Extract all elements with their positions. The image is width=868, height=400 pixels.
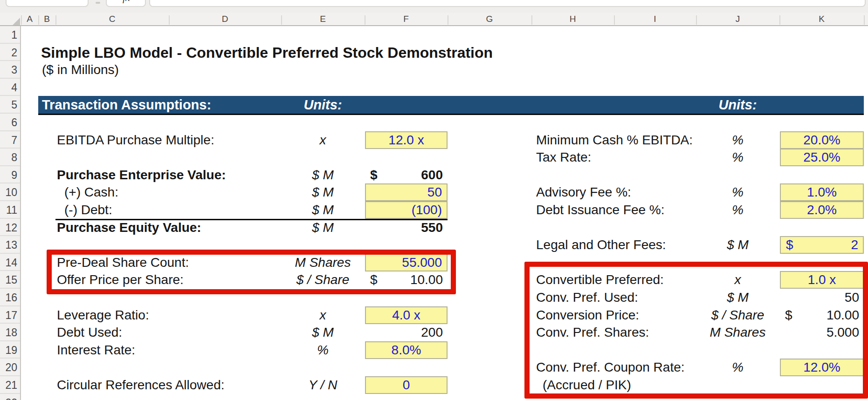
- unit-debt-used: $ M: [281, 324, 365, 341]
- row-header-2[interactable]: 2: [0, 44, 17, 61]
- formula-input[interactable]: [149, 0, 866, 7]
- row-header-14[interactable]: 14: [0, 254, 17, 271]
- input-leverage-ratio[interactable]: 4.0 x: [365, 306, 448, 324]
- column-separator: [696, 15, 697, 25]
- row-header-1[interactable]: 1: [0, 26, 17, 44]
- label-advisory-fee-pct: Advisory Fee %:: [536, 183, 631, 201]
- excel-spreadsheet: fx A B C D E F G H I J K 1 2 3 4 5 6 7 8…: [0, 0, 868, 400]
- label-purchase-equity-value: Purchase Equity Value:: [57, 219, 201, 237]
- unit-minus-debt: $ M: [281, 201, 365, 219]
- unit-leverage-ratio: x: [281, 306, 365, 324]
- column-header-G[interactable]: G: [448, 13, 531, 25]
- row-header-10[interactable]: 10: [0, 183, 17, 201]
- input-minimum-cash-pct-ebitda[interactable]: 20.0%: [780, 131, 864, 149]
- row-header-15[interactable]: 15: [0, 271, 17, 289]
- column-separator: [365, 15, 365, 25]
- label-purchase-enterprise-value: Purchase Enterprise Value:: [57, 166, 226, 184]
- unit-interest-rate: %: [281, 341, 365, 359]
- input-debt-issuance-fee-pct[interactable]: 2.0%: [780, 201, 864, 219]
- row-header-7[interactable]: 7: [0, 131, 17, 149]
- row-header-5[interactable]: 5: [0, 96, 17, 114]
- column-header-E[interactable]: E: [281, 13, 365, 25]
- unit-tax-rate: %: [696, 149, 779, 166]
- column-separator: [38, 15, 39, 25]
- column-separator: [614, 15, 615, 25]
- input-circular-references-allowed[interactable]: 0: [365, 376, 448, 394]
- formula-bar-strip: fx: [0, 0, 868, 13]
- row-header-12[interactable]: 12: [0, 219, 17, 237]
- column-separator: [864, 15, 865, 25]
- input-interest-rate[interactable]: 8.0%: [365, 341, 448, 359]
- row-header-8[interactable]: 8: [0, 149, 17, 166]
- highlight-box-convertible-preferred: [524, 262, 868, 399]
- column-separator: [779, 15, 780, 25]
- column-separator: [169, 15, 170, 25]
- input-debt[interactable]: (100): [365, 201, 448, 219]
- unit-purchase-equity-value: $ M: [281, 219, 365, 237]
- column-header-B[interactable]: B: [38, 13, 55, 25]
- row-header-6[interactable]: 6: [0, 114, 17, 131]
- currency-symbol: $: [370, 168, 378, 183]
- row-header-3[interactable]: 3: [0, 61, 17, 79]
- row-header-22[interactable]: 22: [0, 394, 17, 400]
- label-tax-rate: Tax Rate:: [536, 149, 591, 166]
- label-legal-and-other-fees: Legal and Other Fees:: [536, 236, 666, 254]
- column-header-A[interactable]: A: [21, 13, 38, 25]
- unit-purchase-enterprise-value: $ M: [281, 166, 365, 184]
- column-separator: [531, 15, 532, 25]
- section-header-bar: Transaction Assumptions: Units: Units:: [38, 96, 864, 115]
- label-circular-references-allowed: Circular References Allowed:: [57, 376, 225, 394]
- row-header-16[interactable]: 16: [0, 289, 17, 306]
- row-header-21[interactable]: 21: [0, 376, 17, 394]
- section-title: Transaction Assumptions:: [42, 96, 211, 114]
- row-header-17[interactable]: 17: [0, 306, 17, 324]
- column-header-D[interactable]: D: [169, 13, 281, 25]
- unit-ebitda-purchase-multiple: x: [281, 131, 365, 149]
- row-header-11[interactable]: 11: [0, 201, 17, 219]
- row-header-20[interactable]: 20: [0, 359, 17, 376]
- units-header-left: Units:: [281, 96, 365, 114]
- row-header-13[interactable]: 13: [0, 236, 17, 254]
- units-header-right: Units:: [696, 96, 779, 114]
- label-minus-debt: (-) Debt:: [64, 201, 112, 219]
- unit-minimum-cash-pct-ebitda: %: [696, 131, 779, 149]
- column-separator: [21, 15, 22, 25]
- page-title: Simple LBO Model - Convertible Preferred…: [41, 44, 493, 61]
- currency-symbol: $: [786, 237, 793, 252]
- fx-icon: fx: [123, 0, 130, 4]
- column-separator: [448, 15, 448, 25]
- cell-purchase-equity-value[interactable]: 550: [365, 219, 448, 237]
- label-debt-issuance-fee-pct: Debt Issuance Fee %:: [536, 201, 664, 219]
- page-subtitle: ($ in Millions): [42, 61, 119, 79]
- label-leverage-ratio: Leverage Ratio:: [57, 306, 149, 324]
- row-header-19[interactable]: 19: [0, 341, 17, 359]
- row-header-9[interactable]: 9: [0, 166, 17, 184]
- input-cash[interactable]: 50: [365, 183, 448, 201]
- select-all-corner-icon[interactable]: [13, 18, 20, 25]
- label-plus-cash: (+) Cash:: [64, 183, 118, 201]
- row-header-18[interactable]: 18: [0, 324, 17, 341]
- input-ebitda-purchase-multiple[interactable]: 12.0 x: [365, 131, 448, 149]
- input-advisory-fee-pct[interactable]: 1.0%: [780, 183, 864, 201]
- column-header-I[interactable]: I: [614, 13, 696, 25]
- column-header-H[interactable]: H: [531, 13, 614, 25]
- label-interest-rate: Interest Rate:: [57, 341, 135, 359]
- insert-function-button[interactable]: fx: [106, 0, 146, 7]
- name-box[interactable]: [6, 0, 89, 7]
- column-header-C[interactable]: C: [55, 13, 169, 25]
- label-debt-used: Debt Used:: [57, 324, 122, 341]
- column-header-J[interactable]: J: [696, 13, 779, 25]
- input-legal-and-other-fees[interactable]: $ 2: [780, 236, 864, 254]
- unit-debt-issuance-fee-pct: %: [696, 201, 779, 219]
- unit-legal-and-other-fees: $ M: [696, 236, 779, 254]
- input-tax-rate[interactable]: 25.0%: [780, 149, 864, 166]
- column-header-F[interactable]: F: [365, 13, 448, 25]
- label-minimum-cash-pct-ebitda: Minimum Cash % EBITDA:: [536, 131, 693, 149]
- column-header-K[interactable]: K: [779, 13, 864, 25]
- formula-bar-divider: [96, 2, 100, 4]
- cell-debt-used[interactable]: 200: [365, 324, 448, 341]
- row-header-4[interactable]: 4: [0, 79, 17, 96]
- cell-purchase-enterprise-value[interactable]: $ 600: [365, 166, 448, 184]
- cell-value: 2: [851, 237, 858, 252]
- cell-value: 600: [421, 168, 443, 183]
